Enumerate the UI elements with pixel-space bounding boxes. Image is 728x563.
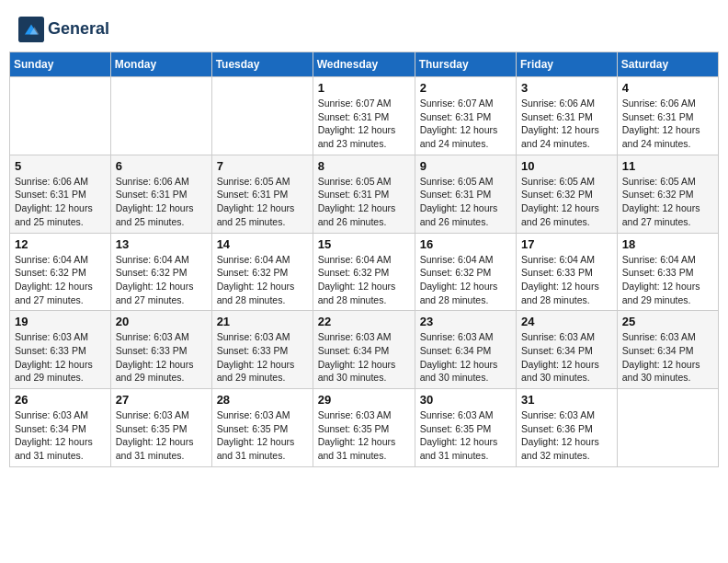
calendar-header-sunday: Sunday (10, 52, 111, 77)
calendar-cell (211, 77, 313, 155)
day-detail: Sunrise: 6:06 AMSunset: 6:31 PMDaylight:… (521, 97, 612, 151)
day-number: 27 (116, 393, 207, 407)
logo-text: General (48, 20, 109, 39)
day-number: 25 (622, 315, 713, 328)
day-number: 16 (420, 237, 511, 251)
calendar-cell: 13Sunrise: 6:04 AMSunset: 6:32 PMDayligh… (110, 233, 211, 311)
calendar-cell: 11Sunrise: 6:05 AMSunset: 6:32 PMDayligh… (617, 155, 718, 233)
day-number: 3 (521, 81, 612, 95)
calendar-week-row: 26Sunrise: 6:03 AMSunset: 6:34 PMDayligh… (10, 389, 719, 467)
calendar-week-row: 19Sunrise: 6:03 AMSunset: 6:33 PMDayligh… (10, 311, 719, 389)
day-detail: Sunrise: 6:06 AMSunset: 6:31 PMDaylight:… (116, 175, 207, 229)
calendar-cell: 8Sunrise: 6:05 AMSunset: 6:31 PMDaylight… (313, 155, 415, 233)
day-number: 26 (15, 393, 106, 407)
calendar-cell: 14Sunrise: 6:04 AMSunset: 6:32 PMDayligh… (211, 233, 313, 311)
calendar-cell: 1Sunrise: 6:07 AMSunset: 6:31 PMDaylight… (313, 77, 415, 155)
calendar-cell: 16Sunrise: 6:04 AMSunset: 6:32 PMDayligh… (415, 233, 516, 311)
day-detail: Sunrise: 6:04 AMSunset: 6:32 PMDaylight:… (217, 253, 308, 307)
day-number: 24 (521, 315, 612, 328)
day-number: 1 (318, 81, 410, 95)
day-detail: Sunrise: 6:03 AMSunset: 6:34 PMDaylight:… (420, 330, 511, 385)
calendar-cell: 18Sunrise: 6:04 AMSunset: 6:33 PMDayligh… (617, 233, 718, 311)
calendar-cell: 20Sunrise: 6:03 AMSunset: 6:33 PMDayligh… (110, 311, 211, 389)
calendar-cell: 25Sunrise: 6:03 AMSunset: 6:34 PMDayligh… (617, 311, 718, 389)
calendar-cell: 6Sunrise: 6:06 AMSunset: 6:31 PMDaylight… (110, 155, 211, 233)
calendar-cell: 22Sunrise: 6:03 AMSunset: 6:34 PMDayligh… (313, 311, 415, 389)
calendar-week-row: 1Sunrise: 6:07 AMSunset: 6:31 PMDaylight… (10, 77, 719, 155)
day-detail: Sunrise: 6:05 AMSunset: 6:32 PMDaylight:… (622, 175, 713, 229)
calendar-cell: 4Sunrise: 6:06 AMSunset: 6:31 PMDaylight… (617, 77, 718, 155)
day-detail: Sunrise: 6:03 AMSunset: 6:34 PMDaylight:… (15, 408, 106, 463)
calendar-cell: 3Sunrise: 6:06 AMSunset: 6:31 PMDaylight… (517, 77, 618, 155)
day-detail: Sunrise: 6:04 AMSunset: 6:33 PMDaylight:… (622, 253, 713, 307)
calendar-cell: 27Sunrise: 6:03 AMSunset: 6:35 PMDayligh… (110, 389, 211, 467)
day-detail: Sunrise: 6:04 AMSunset: 6:33 PMDaylight:… (521, 253, 612, 307)
calendar-cell (617, 389, 718, 467)
calendar-cell: 12Sunrise: 6:04 AMSunset: 6:32 PMDayligh… (10, 233, 111, 311)
calendar-cell: 24Sunrise: 6:03 AMSunset: 6:34 PMDayligh… (517, 311, 618, 389)
day-number: 11 (622, 159, 713, 173)
calendar-week-row: 12Sunrise: 6:04 AMSunset: 6:32 PMDayligh… (10, 233, 719, 311)
day-number: 13 (116, 237, 207, 251)
calendar-cell: 2Sunrise: 6:07 AMSunset: 6:31 PMDaylight… (415, 77, 516, 155)
calendar-cell: 31Sunrise: 6:03 AMSunset: 6:36 PMDayligh… (517, 389, 618, 467)
calendar-cell (10, 77, 111, 155)
day-detail: Sunrise: 6:06 AMSunset: 6:31 PMDaylight:… (15, 175, 106, 229)
calendar-cell: 30Sunrise: 6:03 AMSunset: 6:35 PMDayligh… (415, 389, 516, 467)
calendar-header-monday: Monday (110, 52, 211, 77)
day-number: 9 (420, 159, 511, 173)
day-number: 30 (420, 393, 511, 407)
calendar-week-row: 5Sunrise: 6:06 AMSunset: 6:31 PMDaylight… (10, 155, 719, 233)
day-number: 17 (521, 237, 612, 251)
calendar-cell: 17Sunrise: 6:04 AMSunset: 6:33 PMDayligh… (517, 233, 618, 311)
day-number: 23 (420, 315, 511, 328)
day-number: 4 (622, 81, 713, 95)
logo: General (18, 17, 109, 42)
calendar-cell (110, 77, 211, 155)
calendar-header-saturday: Saturday (617, 52, 718, 77)
day-number: 8 (318, 159, 410, 173)
day-detail: Sunrise: 6:04 AMSunset: 6:32 PMDaylight:… (318, 253, 410, 307)
day-number: 19 (15, 315, 106, 328)
day-detail: Sunrise: 6:03 AMSunset: 6:36 PMDaylight:… (521, 408, 612, 463)
calendar-cell: 5Sunrise: 6:06 AMSunset: 6:31 PMDaylight… (10, 155, 111, 233)
calendar-header-row: SundayMondayTuesdayWednesdayThursdayFrid… (10, 52, 719, 77)
calendar-cell: 7Sunrise: 6:05 AMSunset: 6:31 PMDaylight… (211, 155, 313, 233)
calendar-cell: 28Sunrise: 6:03 AMSunset: 6:35 PMDayligh… (211, 389, 313, 467)
day-number: 18 (622, 237, 713, 251)
day-detail: Sunrise: 6:03 AMSunset: 6:33 PMDaylight:… (15, 330, 106, 385)
day-detail: Sunrise: 6:04 AMSunset: 6:32 PMDaylight:… (420, 253, 511, 307)
day-detail: Sunrise: 6:03 AMSunset: 6:34 PMDaylight:… (521, 330, 612, 385)
calendar-cell: 26Sunrise: 6:03 AMSunset: 6:34 PMDayligh… (10, 389, 111, 467)
day-detail: Sunrise: 6:03 AMSunset: 6:34 PMDaylight:… (622, 330, 713, 385)
day-detail: Sunrise: 6:05 AMSunset: 6:31 PMDaylight:… (420, 175, 511, 229)
calendar-cell: 10Sunrise: 6:05 AMSunset: 6:32 PMDayligh… (517, 155, 618, 233)
calendar-cell: 15Sunrise: 6:04 AMSunset: 6:32 PMDayligh… (313, 233, 415, 311)
day-number: 20 (116, 315, 207, 328)
day-detail: Sunrise: 6:04 AMSunset: 6:32 PMDaylight:… (15, 253, 106, 307)
calendar-cell: 19Sunrise: 6:03 AMSunset: 6:33 PMDayligh… (10, 311, 111, 389)
calendar-cell: 21Sunrise: 6:03 AMSunset: 6:33 PMDayligh… (211, 311, 313, 389)
day-number: 29 (318, 393, 410, 407)
day-detail: Sunrise: 6:05 AMSunset: 6:31 PMDaylight:… (318, 175, 410, 229)
day-detail: Sunrise: 6:03 AMSunset: 6:34 PMDaylight:… (318, 330, 410, 385)
calendar-table: SundayMondayTuesdayWednesdayThursdayFrid… (9, 52, 719, 467)
day-detail: Sunrise: 6:07 AMSunset: 6:31 PMDaylight:… (420, 97, 511, 151)
day-detail: Sunrise: 6:03 AMSunset: 6:35 PMDaylight:… (420, 408, 511, 463)
calendar-cell: 9Sunrise: 6:05 AMSunset: 6:31 PMDaylight… (415, 155, 516, 233)
page-header: General (9, 9, 719, 46)
day-number: 21 (217, 315, 308, 328)
calendar-header-friday: Friday (517, 52, 618, 77)
day-number: 31 (521, 393, 612, 407)
day-number: 10 (521, 159, 612, 173)
day-detail: Sunrise: 6:04 AMSunset: 6:32 PMDaylight:… (116, 253, 207, 307)
day-detail: Sunrise: 6:03 AMSunset: 6:33 PMDaylight:… (217, 330, 308, 385)
day-number: 14 (217, 237, 308, 251)
day-number: 12 (15, 237, 106, 251)
day-number: 7 (217, 159, 308, 173)
calendar-cell: 29Sunrise: 6:03 AMSunset: 6:35 PMDayligh… (313, 389, 415, 467)
calendar-header-tuesday: Tuesday (211, 52, 313, 77)
logo-icon (18, 17, 44, 42)
day-number: 28 (217, 393, 308, 407)
calendar-header-wednesday: Wednesday (313, 52, 415, 77)
